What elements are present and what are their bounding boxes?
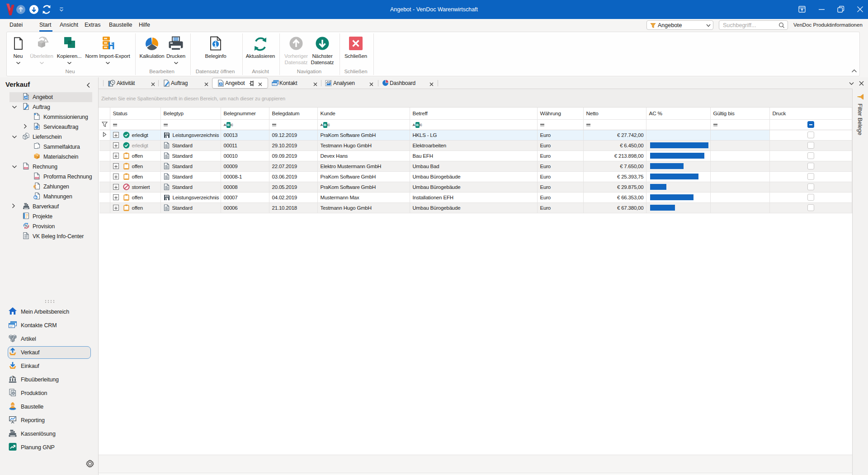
svg-text:€: € xyxy=(33,184,37,189)
svg-text:?: ? xyxy=(35,195,37,199)
